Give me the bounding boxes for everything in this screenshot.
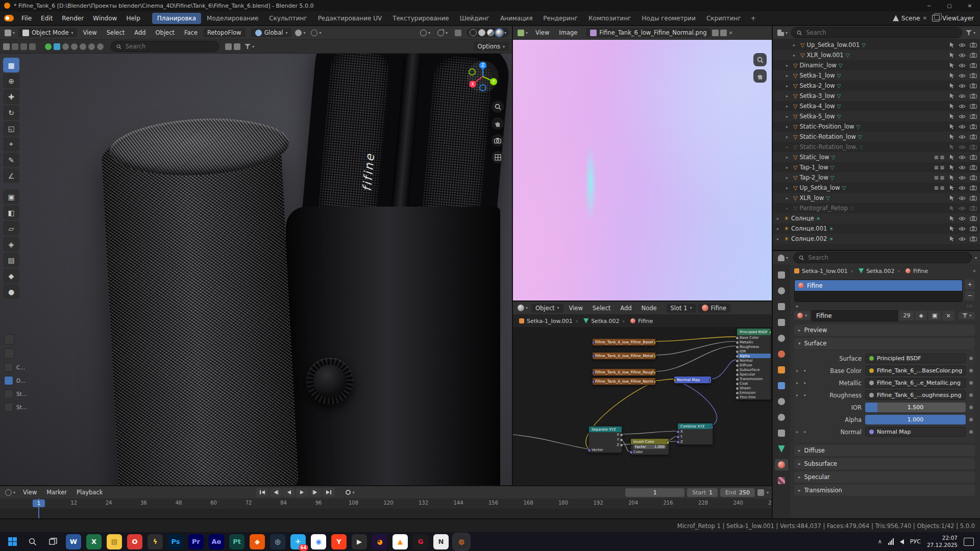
outliner-row[interactable]: ▸ Static-Position_low ▦▦ bbox=[773, 121, 980, 132]
media-player[interactable]: ▶ bbox=[352, 534, 367, 549]
expand-icon[interactable]: ▸ bbox=[796, 368, 801, 373]
tool-settings-icon-1[interactable] bbox=[3, 43, 10, 50]
topbar-menu[interactable]: Edit bbox=[36, 13, 57, 23]
rf-icon-4[interactable] bbox=[88, 43, 95, 50]
vlc[interactable]: ▲ bbox=[393, 534, 408, 549]
workspace-tab[interactable]: Ноды геометрии bbox=[636, 13, 701, 24]
language-indicator[interactable]: РУС bbox=[910, 538, 921, 545]
tool-rotate[interactable]: ↻ bbox=[3, 105, 19, 120]
minimize-button[interactable]: ─ bbox=[919, 0, 939, 11]
separate-vector-input[interactable]: Vector bbox=[589, 447, 622, 453]
tab-physics[interactable] bbox=[775, 412, 788, 423]
hide-eye-icon[interactable] bbox=[959, 216, 966, 221]
outliner-row[interactable]: ▸ Setka-3_low ▦▦ bbox=[773, 91, 980, 101]
tab-modifiers[interactable] bbox=[775, 380, 788, 391]
rf-cube-icon[interactable] bbox=[54, 43, 60, 50]
bsdf-socket[interactable]: Thin Film bbox=[737, 395, 771, 399]
bsdf-socket[interactable]: Roughness bbox=[737, 344, 771, 349]
breadcrumb-object[interactable]: Setka-1_low.001 bbox=[794, 268, 848, 274]
tool-rf-relax[interactable]: ● bbox=[3, 284, 19, 299]
yandex[interactable]: Y bbox=[331, 534, 347, 549]
value-button[interactable]: Fifine_Tank_6_...oughness.png bbox=[865, 390, 966, 400]
selectable-icon[interactable] bbox=[949, 215, 954, 221]
shelf-item[interactable]: St... bbox=[4, 389, 27, 398]
viewport-search[interactable] bbox=[111, 41, 219, 52]
expand-icon[interactable]: ▸ bbox=[793, 53, 798, 58]
tab-constraints[interactable] bbox=[775, 428, 788, 439]
breadcrumb-material[interactable]: Fifine bbox=[623, 318, 653, 324]
node-invert-color[interactable]: Invert Color Factor1.000 Color bbox=[630, 438, 669, 455]
keying-set-icon[interactable] bbox=[757, 489, 764, 496]
bsdf-socket[interactable]: Specular bbox=[737, 372, 771, 377]
outliner-row[interactable]: ▸ Static-Rotation_low ▦▦ bbox=[773, 132, 980, 142]
expand-icon[interactable]: ▸ bbox=[786, 196, 791, 201]
animate-decorator[interactable] bbox=[969, 369, 973, 372]
expand-icon[interactable]: ▸ bbox=[786, 84, 791, 88]
preview-panel-header[interactable]: ▸Preview bbox=[794, 324, 975, 336]
selectable-icon[interactable] bbox=[949, 154, 954, 160]
node-image-metallic[interactable]: Fifine_Tank_6_low_Fifine_Metallic.png bbox=[592, 352, 656, 360]
surface-panel-header[interactable]: ▾Surface bbox=[794, 338, 975, 349]
viewport-search-input[interactable] bbox=[125, 42, 213, 51]
outliner-row[interactable]: ▸ Солнце ▦▦ bbox=[773, 213, 980, 223]
zoom-button[interactable] bbox=[492, 101, 504, 113]
viewport-menu[interactable]: Object bbox=[152, 28, 179, 38]
render-visibility-icon[interactable] bbox=[970, 236, 977, 241]
timeline-menu[interactable]: View bbox=[19, 487, 41, 497]
expand-icon[interactable]: ▸ bbox=[786, 186, 791, 190]
notes-app[interactable]: N bbox=[433, 534, 449, 549]
selectable-icon[interactable] bbox=[949, 83, 954, 89]
render-visibility-icon[interactable] bbox=[970, 144, 977, 149]
render-visibility-icon[interactable] bbox=[970, 104, 977, 109]
selectable-icon[interactable] bbox=[949, 93, 954, 99]
outliner-row[interactable]: ▸ Pantograf_Retop ▦▦ bbox=[773, 203, 980, 213]
play-button[interactable] bbox=[296, 488, 308, 497]
tool-cursor[interactable]: ⊕ bbox=[3, 73, 19, 88]
after-effects[interactable]: Ae bbox=[209, 534, 224, 549]
animate-decorator[interactable] bbox=[969, 381, 973, 385]
jump-to-end-button[interactable] bbox=[323, 488, 335, 497]
outliner-search-input[interactable] bbox=[805, 29, 957, 37]
hide-eye-icon[interactable] bbox=[959, 43, 966, 47]
hide-eye-icon[interactable] bbox=[959, 237, 966, 241]
breadcrumb-object[interactable]: Setka-1_low.001 bbox=[519, 318, 573, 324]
timeline-ruler[interactable]: 1 12 24 36 48 60 72 84 96 108 120 1 bbox=[0, 498, 772, 509]
breadcrumb-mesh[interactable]: Setka.002 bbox=[851, 268, 895, 274]
combine-x-input[interactable]: X bbox=[678, 429, 713, 434]
task-view-button[interactable] bbox=[43, 532, 63, 551]
value-slider[interactable]: 1.500 bbox=[865, 403, 966, 412]
workspace-tab[interactable]: Композитинг bbox=[583, 13, 636, 24]
clock[interactable]: 22:07 27.12.2025 bbox=[927, 535, 958, 548]
browse-material-button[interactable]: ▾ bbox=[794, 311, 810, 320]
hide-eye-icon[interactable] bbox=[959, 73, 966, 78]
selectable-icon[interactable] bbox=[949, 134, 954, 140]
selectable-icon[interactable] bbox=[949, 103, 954, 109]
node-image-roughness[interactable]: Fifine_Tank_6_low_Fifine_Roughness.png bbox=[592, 368, 656, 376]
collapsed-panel-header[interactable]: ▸Subsurface bbox=[794, 458, 975, 469]
hide-eye-icon[interactable] bbox=[959, 53, 966, 58]
hide-eye-icon[interactable] bbox=[959, 63, 966, 68]
separate-x-output[interactable]: X bbox=[589, 432, 622, 437]
breadcrumb-material[interactable]: Fifine bbox=[898, 268, 928, 274]
hide-eye-icon[interactable] bbox=[959, 155, 966, 160]
timeline-menu[interactable]: Playback bbox=[72, 487, 107, 497]
topbar-menu[interactable]: File bbox=[17, 13, 36, 23]
tab-view-layer[interactable] bbox=[775, 317, 788, 328]
rf-matcap-icon[interactable] bbox=[45, 43, 52, 50]
render-visibility-icon[interactable] bbox=[970, 124, 977, 129]
painter[interactable]: Pt bbox=[229, 534, 244, 549]
animate-decorator[interactable] bbox=[969, 357, 973, 360]
rf-icon-5[interactable] bbox=[97, 43, 104, 50]
workspace-tab[interactable]: Планировка bbox=[152, 13, 201, 24]
expand-icon[interactable]: ▸ bbox=[786, 104, 791, 109]
value-button[interactable]: Principled BSDF bbox=[865, 354, 966, 363]
bolt-app[interactable]: ϟ bbox=[148, 534, 163, 549]
list-grip-icon[interactable]: ∷∷ bbox=[967, 304, 973, 309]
workspace-tab[interactable]: Редактирование UV bbox=[313, 13, 387, 24]
bsdf-socket[interactable]: Sheen bbox=[737, 386, 771, 390]
outliner-row[interactable]: ▸ Setka-5_low ▦▦ bbox=[773, 111, 980, 121]
shading-dropdown-icon[interactable]: ▾ bbox=[504, 31, 506, 35]
outliner-row[interactable]: ▸ Tap-2_low ▦▦ bbox=[773, 172, 980, 183]
end-frame-field[interactable]: End250 bbox=[720, 488, 755, 497]
shelf-item[interactable]: C... bbox=[4, 363, 27, 372]
